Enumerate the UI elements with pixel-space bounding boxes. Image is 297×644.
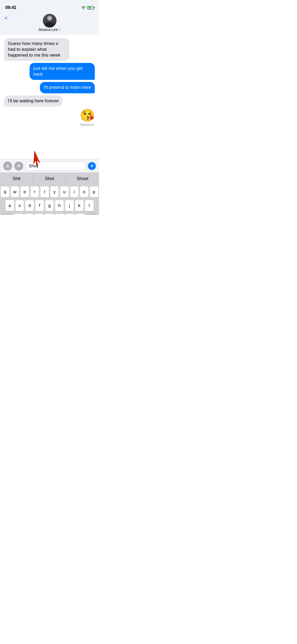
key-p[interactable]: p bbox=[90, 186, 98, 197]
message-bubble-3: I'll pretend to listen here bbox=[40, 82, 95, 93]
message-bubble-2: just tell me when you get back bbox=[30, 63, 95, 80]
message-row-1: Guess how many times o had to explain wh… bbox=[4, 38, 95, 61]
message-row-5: 😘 bbox=[4, 109, 95, 122]
key-z[interactable]: z bbox=[15, 214, 23, 215]
wifi-icon bbox=[81, 6, 86, 9]
key-g[interactable]: g bbox=[45, 200, 54, 211]
key-q[interactable]: q bbox=[1, 186, 9, 197]
messages-area: Guess how many times o had to explain wh… bbox=[0, 35, 99, 159]
message-input-wrap[interactable]: Shut bbox=[25, 162, 86, 171]
key-r[interactable]: r bbox=[31, 186, 39, 197]
text-cursor bbox=[37, 164, 38, 168]
key-y[interactable]: y bbox=[50, 186, 59, 197]
predictive-item-2[interactable]: Shoot bbox=[66, 173, 99, 184]
key-e[interactable]: e bbox=[21, 186, 29, 197]
input-bar: Shut bbox=[0, 159, 99, 173]
predictive-item-0[interactable]: Shit bbox=[0, 173, 33, 184]
key-s[interactable]: s bbox=[16, 200, 24, 211]
battery-icon bbox=[87, 6, 94, 10]
key-b[interactable]: b bbox=[55, 214, 64, 215]
camera-button[interactable] bbox=[3, 162, 12, 171]
message-input-text: Shut bbox=[29, 164, 37, 168]
appstore-icon bbox=[16, 164, 21, 168]
key-o[interactable]: o bbox=[80, 186, 88, 197]
key-u[interactable]: u bbox=[60, 186, 69, 197]
message-row-3: I'll pretend to listen here bbox=[4, 82, 95, 93]
contact-name: Jessica Lee bbox=[38, 27, 58, 32]
keyboard-row-1: q w e r t y u i o p bbox=[1, 186, 98, 197]
contact-chevron: > bbox=[59, 28, 61, 32]
message-emoji-5: 😘 bbox=[80, 109, 95, 122]
key-v[interactable]: v bbox=[45, 214, 54, 215]
status-icons bbox=[81, 6, 94, 10]
key-i[interactable]: i bbox=[70, 186, 79, 197]
key-f[interactable]: f bbox=[35, 200, 44, 211]
predictive-item-1[interactable]: Shot bbox=[33, 173, 66, 184]
send-button[interactable] bbox=[88, 162, 96, 170]
key-t[interactable]: t bbox=[40, 186, 49, 197]
predictive-bar: Shit Shot Shoot bbox=[0, 173, 99, 184]
key-a[interactable]: a bbox=[6, 200, 14, 211]
back-button[interactable]: < bbox=[4, 15, 8, 22]
key-h[interactable]: h bbox=[55, 200, 64, 211]
key-x[interactable]: x bbox=[25, 214, 34, 215]
key-backspace[interactable]: ⌫ bbox=[86, 214, 98, 215]
svg-point-1 bbox=[7, 165, 8, 167]
contact-avatar[interactable] bbox=[43, 14, 56, 27]
message-bubble-1: Guess how many times o had to explain wh… bbox=[4, 38, 69, 61]
key-l[interactable]: l bbox=[85, 200, 93, 211]
delivered-label: Delivered bbox=[4, 123, 95, 127]
nav-header: < Jessica Lee > bbox=[0, 12, 99, 35]
key-w[interactable]: w bbox=[11, 186, 19, 197]
key-n[interactable]: n bbox=[66, 214, 74, 215]
send-icon bbox=[90, 164, 94, 168]
status-bar: 09:41 bbox=[0, 0, 99, 12]
key-d[interactable]: d bbox=[25, 200, 34, 211]
key-m[interactable]: m bbox=[76, 214, 84, 215]
contact-name-row[interactable]: Jessica Lee > bbox=[38, 27, 61, 32]
appstore-button[interactable] bbox=[14, 162, 23, 171]
keyboard: q w e r t y u i o p a s d f g h j k l ⇧ … bbox=[0, 184, 99, 215]
key-c[interactable]: c bbox=[35, 214, 44, 215]
keyboard-row-2: a s d f g h j k l bbox=[1, 200, 98, 211]
status-time: 09:41 bbox=[5, 5, 16, 10]
message-bubble-4: I'll be waiting here forever bbox=[4, 95, 63, 107]
key-j[interactable]: j bbox=[65, 200, 74, 211]
camera-icon bbox=[5, 164, 10, 168]
key-shift[interactable]: ⇧ bbox=[1, 214, 13, 215]
message-row-4: I'll be waiting here forever bbox=[4, 95, 95, 107]
keyboard-row-3: ⇧ z x c v b n m ⌫ bbox=[1, 214, 98, 215]
message-row-2: just tell me when you get back bbox=[4, 63, 95, 80]
key-k[interactable]: k bbox=[75, 200, 84, 211]
